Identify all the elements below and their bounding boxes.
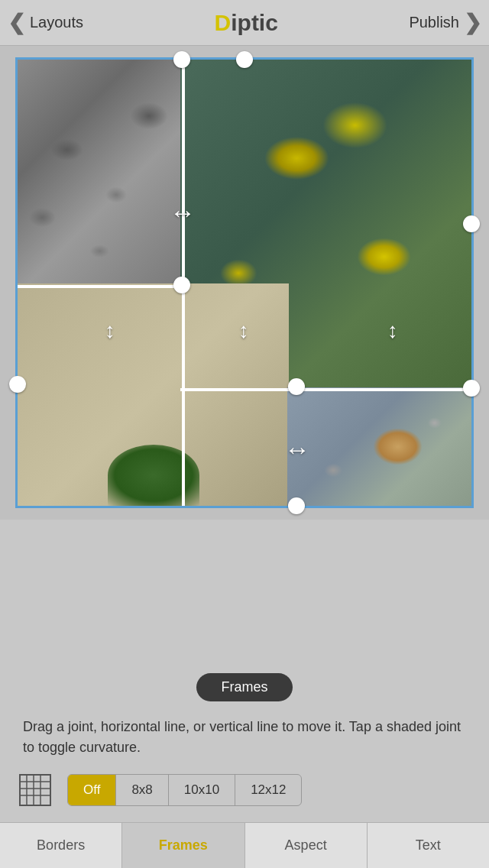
- grid-icon: [15, 770, 55, 810]
- frames-pill-wrapper: Frames: [0, 664, 489, 708]
- layouts-label: Layouts: [30, 14, 83, 31]
- grid-8x8-button[interactable]: 8x8: [116, 775, 168, 805]
- publish-label: Publish: [409, 14, 459, 31]
- tab-text[interactable]: Text: [368, 823, 489, 868]
- collage-frame[interactable]: ↔ ↕ ↕ ↕ ↔: [15, 57, 474, 508]
- horizontal-divider-top: [18, 285, 182, 288]
- tab-aspect[interactable]: Aspect: [245, 823, 368, 868]
- canvas-area[interactable]: ↔ ↕ ↕ ↕ ↔: [0, 46, 489, 520]
- handle-right-bottom[interactable]: [463, 380, 480, 397]
- nav-back[interactable]: ❮ Layouts: [8, 10, 83, 35]
- image-sand: [18, 283, 289, 506]
- arrow-horizontal-br: ↔: [284, 435, 309, 465]
- horizontal-divider-right: [180, 388, 471, 391]
- forward-arrow-icon: ❯: [464, 10, 481, 35]
- frames-pill: Frames: [196, 673, 292, 701]
- handle-hdiv-right[interactable]: [288, 378, 305, 395]
- arrow-horizontal-tl: ↔: [170, 198, 194, 228]
- grid-svg: [18, 773, 52, 807]
- photo-quad-bottom-right[interactable]: [287, 387, 471, 506]
- svg-rect-0: [20, 775, 50, 805]
- handle-right-top[interactable]: [463, 215, 480, 232]
- app-logo: D iptic: [215, 10, 278, 36]
- grid-off-button[interactable]: Off: [68, 775, 116, 805]
- instruction-text: Drag a joint, horizontal line, or vertic…: [0, 708, 489, 770]
- nav-publish[interactable]: Publish ❯: [409, 10, 481, 35]
- tab-frames[interactable]: Frames: [122, 823, 244, 868]
- bottom-panel: Frames Drag a joint, horizontal line, or…: [0, 664, 489, 822]
- image-beach-rocks: [287, 387, 471, 506]
- handle-vdiv-bottom[interactable]: [288, 497, 305, 514]
- handle-vdiv-mid[interactable]: [173, 277, 190, 293]
- handle-left-mid[interactable]: [9, 376, 26, 393]
- grid-10x10-button[interactable]: 10x10: [169, 775, 235, 805]
- arrow-vertical-tr: ↕: [387, 319, 397, 343]
- app-header: ❮ Layouts D iptic Publish ❯: [0, 0, 489, 46]
- photo-quad-top-left[interactable]: [18, 60, 182, 285]
- handle-top-center[interactable]: [236, 51, 253, 68]
- image-gray-rocks: [18, 60, 182, 285]
- arrow-vertical-bl-mid: ↕: [238, 319, 248, 343]
- back-arrow-icon: ❮: [8, 10, 25, 35]
- tab-borders[interactable]: Borders: [0, 823, 122, 868]
- grid-12x12-button[interactable]: 12x12: [235, 775, 301, 805]
- tab-bar: Borders Frames Aspect Text: [0, 822, 489, 868]
- logo-iptic: iptic: [231, 10, 278, 36]
- handle-vdiv-top[interactable]: [173, 51, 190, 68]
- photo-quad-bottom-left[interactable]: [18, 283, 289, 506]
- logo-d: D: [215, 10, 232, 36]
- grid-options: Off 8x8 10x10 12x12: [0, 770, 489, 822]
- grid-button-group: Off 8x8 10x10 12x12: [67, 774, 302, 806]
- arrow-vertical-bl-left: ↕: [105, 319, 114, 343]
